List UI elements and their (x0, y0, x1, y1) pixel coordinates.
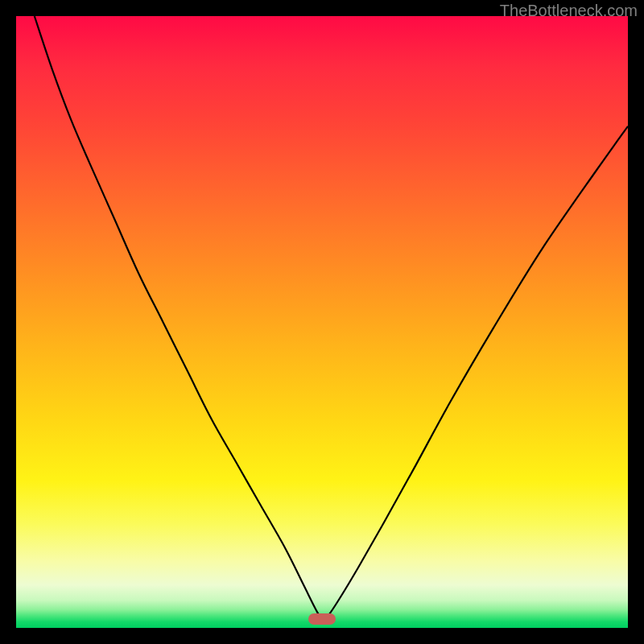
curve-svg (16, 16, 628, 628)
optimum-marker (308, 613, 336, 625)
chart-frame: TheBottleneck.com (0, 0, 644, 644)
plot-area (16, 16, 628, 628)
bottleneck-curve (35, 16, 628, 619)
